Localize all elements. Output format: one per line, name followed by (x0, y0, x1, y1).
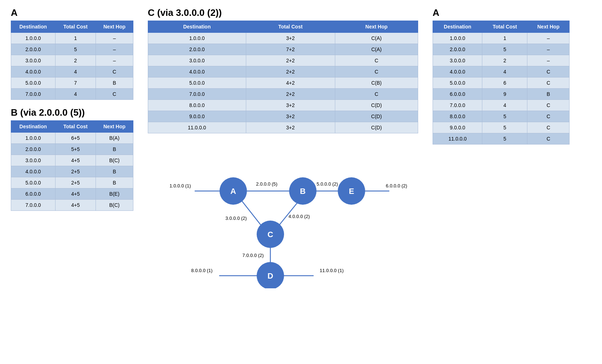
table-cell: 2+2 (246, 66, 335, 77)
svg-text:C: C (267, 230, 273, 239)
table-cell: 5 (482, 133, 527, 145)
table-cell: C(D) (335, 122, 418, 133)
table-cell: 8.0.0.0 (148, 100, 246, 111)
table-cell: – (96, 33, 133, 44)
table-cell: 4.0.0.0 (148, 66, 246, 77)
table-cell: 2+2 (246, 89, 335, 100)
title-a: A (11, 7, 133, 18)
table-cell: C(A) (335, 33, 418, 44)
svg-text:6.0.0.0 (2): 6.0.0.0 (2) (386, 183, 407, 188)
table-cell: 5 (55, 44, 96, 55)
table-cell: C(D) (335, 111, 418, 122)
table-cell: 1 (482, 33, 527, 44)
col-hop-a: Next Hop (96, 21, 133, 33)
svg-text:7.0.0.0 (2): 7.0.0.0 (2) (242, 253, 264, 258)
table-cell: 4 (482, 66, 527, 77)
table-cell: B (96, 166, 133, 177)
table-cell: 4 (482, 100, 527, 111)
table-cell: 11.0.0.0 (148, 122, 246, 133)
table-cell: 3+2 (246, 100, 335, 111)
table-cell: 7.0.0.0 (11, 200, 56, 211)
table-cell: – (527, 33, 570, 44)
table-cell: C(B) (335, 77, 418, 89)
table-b: Destination Total Cost Next Hop 1.0.0.06… (11, 120, 133, 211)
svg-text:4.0.0.0 (2): 4.0.0.0 (2) (288, 214, 310, 219)
table-cell: 9 (482, 89, 527, 100)
table-cell: 3.0.0.0 (148, 55, 246, 66)
table-cell: 9.0.0.0 (433, 122, 482, 133)
table-cell: 8.0.0.0 (433, 111, 482, 122)
table-cell: C(A) (335, 44, 418, 55)
table-cell: 4 (55, 89, 96, 100)
table-cell: 1.0.0.0 (11, 133, 56, 144)
svg-text:2.0.0.0 (5): 2.0.0.0 (5) (256, 181, 277, 187)
col-hop-b: Next Hop (96, 121, 133, 133)
col-dest-a: Destination (11, 21, 56, 33)
table-cell: C (527, 100, 570, 111)
table-cell: 2+2 (246, 55, 335, 66)
table-cell: 5.0.0.0 (11, 177, 56, 188)
table-cell: 6.0.0.0 (11, 188, 56, 200)
section-a2: A Destination Total Cost Next Hop 1.0.0.… (433, 7, 570, 145)
table-a: Destination Total Cost Next Hop 1.0.0.01… (11, 21, 133, 100)
svg-text:1.0.0.0 (1): 1.0.0.0 (1) (169, 183, 191, 188)
table-cell: 6 (482, 77, 527, 89)
table-cell: 3+2 (246, 33, 335, 44)
svg-text:D: D (267, 271, 273, 280)
table-cell: 2.0.0.0 (11, 44, 56, 55)
table-cell: 4+5 (55, 200, 96, 211)
svg-text:3.0.0.0 (2): 3.0.0.0 (2) (225, 216, 247, 221)
network-diagram: A B E C D 1.0.0.0 (1) 2.0.0.0 (5) (159, 151, 418, 267)
table-cell: 2+5 (55, 166, 96, 177)
table-cell: 2.0.0.0 (433, 44, 482, 55)
table-cell: 4+5 (55, 188, 96, 200)
col-cost-a: Total Cost (55, 21, 96, 33)
right-column: A Destination Total Cost Next Hop 1.0.0.… (433, 7, 570, 267)
table-cell: B (96, 177, 133, 188)
table-cell: 7.0.0.0 (433, 100, 482, 111)
table-cell: C (96, 66, 133, 77)
section-a: A Destination Total Cost Next Hop 1.0.0.… (11, 7, 133, 100)
table-cell: – (527, 55, 570, 66)
table-cell: 4.0.0.0 (433, 66, 482, 77)
col-dest-b: Destination (11, 121, 56, 133)
col-dest-a2: Destination (433, 21, 482, 33)
table-cell: 6+5 (55, 133, 96, 144)
svg-text:8.0.0.0 (1): 8.0.0.0 (1) (191, 268, 212, 273)
table-cell: 3.0.0.0 (11, 155, 56, 166)
table-cell: – (96, 44, 133, 55)
svg-line-2 (240, 198, 262, 227)
table-cell: 5.0.0.0 (433, 77, 482, 89)
table-cell: 1.0.0.0 (148, 33, 246, 44)
table-cell: B(C) (96, 155, 133, 166)
page-container: A Destination Total Cost Next Hop 1.0.0.… (0, 0, 602, 274)
table-cell: C (335, 89, 418, 100)
section-b: B (via 2.0.0.0 (5)) Destination Total Co… (11, 107, 133, 211)
table-cell: 7.0.0.0 (148, 89, 246, 100)
table-cell: C (527, 77, 570, 89)
table-cell: 7+2 (246, 44, 335, 55)
table-cell: 9.0.0.0 (148, 111, 246, 122)
table-cell: B(E) (96, 188, 133, 200)
svg-text:11.0.0.0 (1): 11.0.0.0 (1) (320, 268, 344, 273)
middle-column: C (via 3.0.0.0 (2)) Destination Total Co… (148, 7, 418, 267)
table-cell: 5.0.0.0 (11, 77, 56, 89)
table-cell: 4 (55, 66, 96, 77)
table-cell: 2 (482, 55, 527, 66)
title-c: C (via 3.0.0.0 (2)) (148, 7, 418, 18)
table-cell: C (527, 133, 570, 145)
table-cell: 2+5 (55, 177, 96, 188)
title-a2: A (433, 7, 570, 18)
table-cell: 4+5 (55, 155, 96, 166)
table-cell: 5 (482, 44, 527, 55)
table-cell: 7 (55, 77, 96, 89)
section-c: C (via 3.0.0.0 (2)) Destination Total Co… (148, 7, 418, 133)
table-cell: C (527, 122, 570, 133)
table-cell: C(D) (335, 100, 418, 111)
table-cell: C (527, 66, 570, 77)
table-cell: 5+5 (55, 144, 96, 155)
table-cell: C (96, 89, 133, 100)
table-cell: 5 (482, 111, 527, 122)
table-cell: 11.0.0.0 (433, 133, 482, 145)
table-cell: 2 (55, 55, 96, 66)
